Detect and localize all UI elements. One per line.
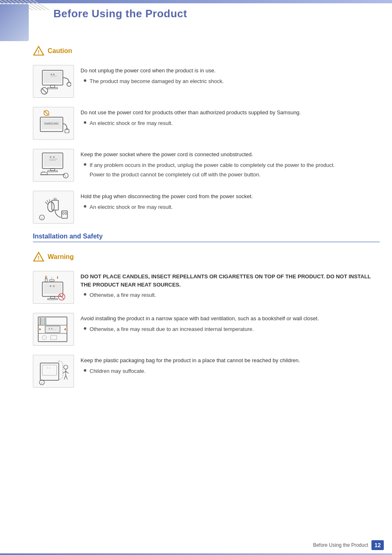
svg-rect-85: [40, 363, 59, 380]
bullet-text: An electric shock or fire may result.: [90, 119, 173, 127]
svg-point-20: [53, 74, 55, 75]
warning-item-3: i Keep the plastic packaging bag for the…: [33, 355, 380, 388]
bullet-text: Children may suffocate.: [90, 367, 145, 375]
svg-line-93: [64, 375, 66, 379]
svg-rect-69: [48, 298, 58, 300]
svg-text:i: i: [42, 216, 42, 220]
svg-line-94: [66, 375, 67, 379]
caution-image-4: i: [33, 191, 74, 224]
svg-point-81: [51, 328, 52, 329]
bullet-dot: [84, 121, 86, 124]
warning-item-3-text: Keep the plastic packaging bag for the p…: [81, 355, 380, 377]
footer: Before Using the Product 12: [313, 540, 384, 550]
svg-rect-15: [48, 88, 58, 89]
svg-text:SAMSUNG: SAMSUNG: [44, 122, 58, 125]
svg-point-55: [65, 212, 67, 215]
svg-rect-76: [42, 318, 44, 325]
caution-item-4-main: Hold the plug when disconnecting the pow…: [81, 192, 380, 201]
footer-text: Before Using the Product: [313, 542, 368, 548]
bottom-bar: [0, 553, 392, 555]
caution-label: Caution: [48, 47, 72, 55]
main-content: ! Caution: [33, 45, 380, 397]
svg-rect-46: [52, 200, 58, 210]
caution-item-3-main: Keep the power socket where the power co…: [81, 150, 380, 159]
warning-item-3-main: Keep the plastic packaging bag for the p…: [81, 356, 380, 365]
svg-rect-61: [44, 283, 62, 294]
warning-item-3-bullet-1: Children may suffocate.: [84, 367, 380, 375]
page-number: 12: [371, 540, 384, 550]
warning-item-2-bullet-1: Otherwise, a fire may result due to an i…: [84, 325, 380, 333]
warning-item-1-text: DO NOT PLACE CANDLES, INSECT REPELLANTS …: [81, 271, 380, 301]
bullet-dot: [84, 79, 86, 82]
svg-line-92: [66, 371, 69, 373]
bullet-dot: [84, 205, 86, 208]
bullet-dot: [84, 163, 86, 166]
installation-heading: Installation and Safety: [33, 233, 380, 242]
svg-rect-14: [51, 85, 55, 88]
svg-line-23: [42, 88, 47, 93]
caution-image-2: SAMSUNG: [33, 107, 74, 140]
caution-header: ! Caution: [33, 45, 380, 57]
caution-triangle-icon: !: [33, 45, 44, 57]
page-title: Before Using the Product: [53, 7, 187, 20]
svg-text:i: i: [65, 174, 66, 178]
svg-text:i: i: [42, 381, 42, 385]
warning-label: Warning: [48, 253, 74, 261]
bullet-text: Otherwise, a fire may result due to an i…: [90, 325, 254, 333]
svg-point-88: [49, 368, 50, 369]
svg-rect-13: [44, 72, 62, 83]
warning-item-1-main: DO NOT PLACE CANDLES, INSECT REPELLANTS …: [81, 273, 380, 289]
svg-line-51: [47, 200, 48, 203]
caution-item-1: Do not unplug the power cord when the pr…: [33, 65, 380, 98]
caution-item-2-text: Do not use the power cord for products o…: [81, 107, 380, 129]
top-bar: [0, 0, 392, 3]
bullet-text: If any problem occurs in the product, un…: [90, 161, 335, 169]
svg-rect-64: [45, 279, 47, 282]
svg-rect-79: [46, 327, 59, 331]
svg-rect-29: [65, 130, 69, 133]
svg-point-63: [53, 285, 55, 287]
svg-rect-67: [49, 280, 54, 281]
caution-item-3-note: Power to the product cannot be completel…: [90, 171, 380, 179]
svg-point-35: [53, 156, 55, 158]
svg-point-34: [50, 156, 51, 158]
caution-item-4-bullet-1: An electric shock or fire may result.: [84, 203, 380, 211]
svg-rect-39: [48, 171, 58, 172]
svg-line-71: [59, 294, 64, 299]
bullet-text: The product may become damaged by an ele…: [90, 77, 224, 86]
caution-item-4: i Hold the plug when disconnecting the p…: [33, 191, 380, 224]
caution-item-3-text: Keep the power socket where the power co…: [81, 149, 380, 179]
warning-item-1: DO NOT PLACE CANDLES, INSECT REPELLANTS …: [33, 271, 380, 304]
bullet-dot: [84, 293, 86, 296]
caution-item-1-bullet-1: The product may become damaged by an ele…: [84, 77, 380, 86]
left-accent-block: [0, 4, 29, 41]
warning-triangle-icon: !: [33, 251, 44, 263]
svg-point-62: [50, 285, 51, 287]
svg-text:!: !: [38, 255, 39, 261]
svg-point-83: [42, 335, 46, 340]
caution-item-3: i Keep the power socket where the power …: [33, 149, 380, 182]
warning-image-1: [33, 271, 74, 304]
svg-point-89: [64, 365, 68, 369]
svg-point-49: [48, 202, 54, 212]
caution-item-4-text: Hold the plug when disconnecting the pow…: [81, 191, 380, 213]
warning-item-2: Avoid installing the product in a narrow…: [33, 313, 380, 346]
warning-item-2-text: Avoid installing the product in a narrow…: [81, 313, 380, 335]
bullet-text: Otherwise, a fire may result.: [90, 291, 156, 299]
svg-line-9: [33, 0, 49, 10]
svg-point-87: [46, 368, 48, 369]
warning-image-3: i: [33, 355, 74, 388]
caution-item-3-bullet-1: If any problem occurs in the product, un…: [84, 161, 380, 169]
caution-item-2-main: Do not use the power cord for products o…: [81, 109, 380, 117]
svg-rect-41: [41, 172, 47, 175]
svg-line-8: [29, 0, 45, 10]
svg-point-54: [62, 212, 64, 215]
warning-image-2: [33, 313, 74, 346]
caution-item-1-text: Do not unplug the power cord when the pr…: [81, 65, 380, 87]
svg-text:!: !: [38, 49, 39, 55]
svg-rect-86: [42, 365, 57, 375]
svg-line-50: [45, 202, 48, 204]
caution-image-3: i: [33, 149, 74, 182]
svg-rect-53: [62, 211, 67, 218]
caution-item-1-main: Do not unplug the power cord when the pr…: [81, 67, 380, 75]
